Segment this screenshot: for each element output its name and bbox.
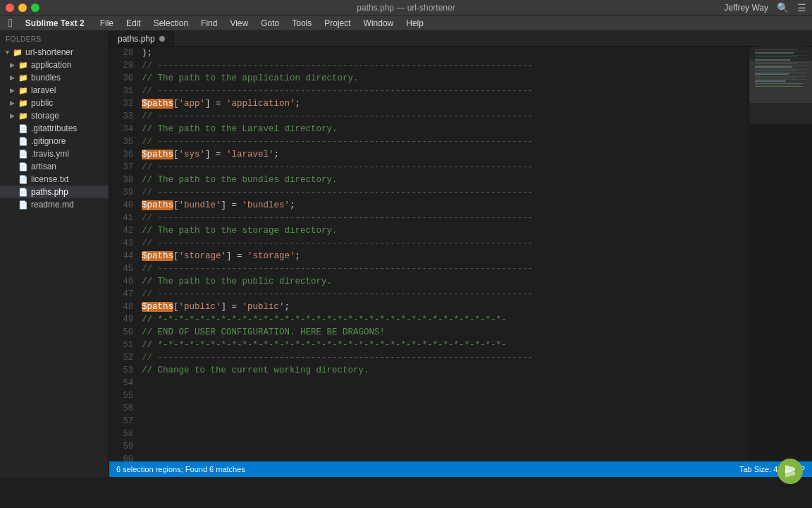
folder-icon: 📁 (18, 86, 28, 95)
line-number: 41 (109, 212, 133, 224)
line-number: 33 (109, 110, 133, 123)
line-number: 48 (109, 301, 133, 313)
sidebar-item-application[interactable]: ▶ 📁 application (0, 59, 109, 71)
sidebar-item-license[interactable]: ▶ 📄 license.txt (0, 173, 109, 186)
line-number: 45 (109, 262, 133, 275)
menu-find[interactable]: Find (195, 17, 223, 30)
menu-project[interactable]: Project (319, 17, 356, 30)
chevron-right-icon: ▶ (10, 112, 18, 119)
menu-view[interactable]: View (224, 17, 254, 30)
sidebar-item-gitattributes[interactable]: ▶ 📄 .gitattributes (0, 122, 109, 135)
tab-size-label[interactable]: Tab Size: 4 (739, 465, 777, 473)
chevron-right-icon: ▶ (10, 61, 18, 68)
code-line: // -------------------------------------… (142, 212, 749, 224)
line-number: 40 (109, 199, 133, 212)
sidebar-item-label: license.txt (31, 174, 68, 184)
code-line: // Change to the current working directo… (142, 364, 749, 377)
line-number: 50 (109, 326, 133, 339)
code-line: // The path to the application directory… (142, 72, 749, 85)
maximize-button[interactable] (31, 4, 39, 12)
main-layout: FOLDERS ▼ 📁 url-shortener ▶ 📁 applicatio… (0, 31, 812, 477)
menu-help[interactable]: Help (400, 17, 429, 30)
code-line: // The path to the public directory. (142, 275, 749, 288)
sidebar-item-label: artisan (31, 162, 56, 171)
sidebar-item-laravel[interactable]: ▶ 📁 laravel (0, 84, 109, 97)
menu-tools[interactable]: Tools (286, 17, 317, 30)
line-number: 32 (109, 97, 133, 110)
apple-menu[interactable]:  (3, 16, 18, 31)
line-number: 46 (109, 275, 133, 288)
code-line: // -------------------------------------… (142, 161, 749, 174)
sidebar-item-bundles[interactable]: ▶ 📁 bundles (0, 71, 109, 84)
menu-edit[interactable]: Edit (121, 17, 147, 30)
line-number: 44 (109, 250, 133, 262)
line-number: 56 (109, 402, 133, 415)
menu-file[interactable]: File (94, 17, 119, 30)
window-controls[interactable] (6, 4, 39, 12)
line-number: 49 (109, 313, 133, 326)
sidebar-item-label: paths.php (31, 187, 68, 197)
code-line: // -------------------------------------… (142, 262, 749, 275)
user-name: Jeffrey Way (724, 3, 768, 13)
folder-icon: 📁 (18, 73, 28, 83)
line-number: 54 (109, 377, 133, 389)
line-number: 57 (109, 415, 133, 428)
minimap[interactable] (749, 47, 812, 461)
close-button[interactable] (6, 4, 14, 12)
file-icon: 📄 (18, 175, 28, 184)
menu-goto[interactable]: Goto (255, 17, 285, 30)
sublime-logo (775, 456, 805, 488)
code-line: $paths['public'] = 'public'; (142, 301, 749, 313)
sidebar-item-label: .travis.yml (31, 149, 69, 159)
code-line: $paths['bundle'] = 'bundles'; (142, 199, 749, 212)
sidebar-item-label: public (31, 98, 53, 108)
sidebar-item-public[interactable]: ▶ 📁 public (0, 97, 109, 109)
sidebar-item-travis[interactable]: ▶ 📄 .travis.yml (0, 147, 109, 160)
chevron-right-icon: ▶ (10, 99, 18, 107)
file-icon: 📄 (18, 200, 28, 210)
chevron-right-icon: ▶ (10, 74, 18, 81)
titlebar-right: Jeffrey Way 🔍 ☰ (724, 2, 806, 13)
sidebar-item-gitignore[interactable]: ▶ 📄 .gitignore (0, 135, 109, 147)
tab-paths-php[interactable]: paths.php (109, 31, 174, 46)
code-area[interactable]: );// -----------------------------------… (139, 47, 749, 461)
sidebar-item-storage[interactable]: ▶ 📁 storage (0, 109, 109, 122)
folder-icon: 📁 (18, 61, 28, 70)
menu-selection[interactable]: Selection (148, 17, 194, 30)
sidebar-item-readme[interactable]: ▶ 📄 readme.md (0, 198, 109, 211)
line-number: 55 (109, 389, 133, 402)
sidebar-item-label: laravel (31, 85, 56, 95)
menu-window[interactable]: Window (358, 17, 400, 30)
line-number: 52 (109, 351, 133, 364)
line-number: 31 (109, 85, 133, 97)
line-number: 35 (109, 135, 133, 148)
sidebar-item-paths[interactable]: ▶ 📄 paths.php (0, 186, 109, 198)
list-icon[interactable]: ☰ (797, 2, 806, 13)
folder-icon: 📁 (18, 111, 28, 121)
sidebar-item-label: bundles (31, 73, 61, 83)
minimap-viewport (749, 61, 812, 103)
menubar:  Sublime Text 2 File Edit Selection Fin… (0, 16, 812, 31)
line-number: 51 (109, 339, 133, 351)
sidebar-root-label: url-shortener (25, 47, 73, 57)
line-number: 53 (109, 364, 133, 377)
search-icon[interactable]: 🔍 (777, 2, 789, 13)
folder-icon: 📁 (18, 99, 28, 108)
code-line: // -------------------------------------… (142, 135, 749, 148)
sidebar-root-folder[interactable]: ▼ 📁 url-shortener (0, 46, 109, 59)
line-numbers: 2829303132333435363738394041424344454647… (109, 47, 139, 461)
line-number: 43 (109, 237, 133, 250)
code-editor[interactable]: 2829303132333435363738394041424344454647… (109, 47, 812, 461)
line-number: 34 (109, 123, 133, 135)
code-line: // *-*-*-*-*-*-*-*-*-*-*-*-*-*-*-*-*-*-*… (142, 313, 749, 326)
file-title: paths.php — url-shortener (357, 3, 455, 13)
code-line: $paths['app'] = 'application'; (142, 97, 749, 110)
code-line: // -------------------------------------… (142, 288, 749, 301)
minimize-button[interactable] (18, 4, 27, 12)
tab-filename: paths.php (118, 34, 155, 44)
sidebar-item-label: .gitignore (31, 136, 66, 146)
line-number: 47 (109, 288, 133, 301)
sidebar-item-artisan[interactable]: ▶ 📄 artisan (0, 160, 109, 173)
tab-bar: paths.php (109, 31, 812, 47)
code-line: // -------------------------------------… (142, 59, 749, 72)
